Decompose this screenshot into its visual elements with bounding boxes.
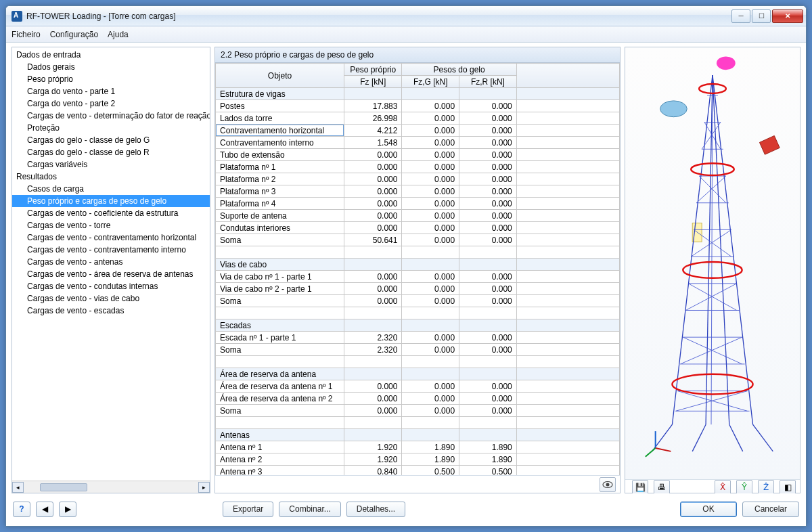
cell	[459, 88, 517, 100]
tree-item[interactable]: Cargas de vento - torre	[12, 219, 210, 231]
cell-fzg: 0.000	[402, 198, 459, 210]
cell-fzg: 0.000	[402, 332, 459, 344]
view-save-button[interactable]: 💾	[632, 480, 648, 493]
view-iso-button[interactable]: ◧	[780, 480, 796, 493]
close-button[interactable]: ✕	[772, 9, 803, 23]
row-label[interactable]: Tubo de extensão	[216, 149, 344, 161]
help-button[interactable]: ?	[13, 502, 30, 517]
row-label[interactable]: Lados da torre	[216, 112, 344, 125]
cancel-button[interactable]: Cancelar	[742, 502, 799, 517]
cell	[344, 368, 402, 380]
next-button[interactable]: ▶	[59, 502, 76, 517]
view-x-button[interactable]: X̂	[715, 480, 731, 493]
tree-item[interactable]: Casos de carga	[12, 183, 210, 195]
axis-y-icon: Ŷ	[742, 483, 747, 492]
tree-item[interactable]: Cargas de vento - contraventamento horiz…	[12, 231, 210, 244]
row-label[interactable]: Antena nº 2	[216, 453, 344, 466]
tree-item[interactable]: Cargas de vento - coeficiente da estrutu…	[12, 207, 210, 219]
menu-help[interactable]: Ajuda	[108, 30, 129, 39]
view-y-button[interactable]: Ŷ	[736, 480, 752, 493]
row-label[interactable]: Postes	[216, 100, 344, 112]
view-z-button[interactable]: Ẑ	[758, 480, 774, 493]
tree-item[interactable]: Cargas de vento - determinação do fator …	[12, 110, 210, 122]
cell	[216, 307, 344, 319]
cell-fzr: 1.890	[459, 453, 517, 466]
details-button[interactable]: Detalhes...	[346, 502, 405, 517]
row-label[interactable]: Escada nº 1 - parte 1	[216, 332, 344, 344]
section-header: Escadas	[216, 319, 344, 332]
row-label[interactable]: Condutas interiores	[216, 222, 344, 234]
row-label[interactable]: Soma	[216, 234, 344, 246]
row-label[interactable]: Via de cabo nº 2 - parte 1	[216, 283, 344, 295]
model-viewer[interactable]	[625, 47, 800, 479]
tree-item[interactable]: Cargas de vento - área de reserva de ant…	[12, 268, 210, 280]
visibility-toggle-button[interactable]	[600, 477, 616, 492]
cell-fz: 0.000	[344, 149, 402, 161]
ok-button[interactable]: OK	[680, 502, 737, 517]
view-print-button[interactable]: 🖶	[654, 480, 670, 493]
row-label[interactable]: Plataforma nº 2	[216, 173, 344, 185]
cell	[402, 429, 459, 441]
row-label[interactable]: Área de reserva da antena nº 1	[216, 380, 344, 393]
cell	[516, 344, 619, 356]
svg-point-13	[691, 163, 734, 175]
tree-item[interactable]: Carga do vento - parte 1	[12, 85, 210, 97]
tree-hscrollbar[interactable]: ◂ ▸	[12, 481, 210, 493]
cell	[402, 246, 459, 259]
tree-item[interactable]: Cargas de vento - vias de cabo	[12, 292, 210, 305]
cell	[516, 393, 619, 405]
row-label[interactable]: Via de cabo nº 1 - parte 1	[216, 271, 344, 283]
tree-root-input[interactable]: Dados de entrada	[12, 49, 210, 61]
row-label[interactable]: Plataforma nº 1	[216, 161, 344, 173]
row-label[interactable]: Plataforma nº 3	[216, 185, 344, 198]
svg-point-15	[672, 374, 752, 395]
cell	[344, 307, 402, 319]
cell-fzr: 0.000	[459, 344, 517, 356]
cell	[516, 234, 619, 246]
row-label[interactable]: Área de reserva da antena nº 2	[216, 393, 344, 405]
tree-item[interactable]: Carga do vento - parte 2	[12, 97, 210, 110]
row-label[interactable]: Antena nº 1	[216, 441, 344, 453]
minimize-button[interactable]: ─	[731, 9, 750, 23]
cell	[516, 295, 619, 307]
row-label[interactable]: Plataforma nº 4	[216, 198, 344, 210]
nav-tree[interactable]: Dados de entrada Dados geraisPeso própri…	[12, 47, 210, 481]
cell	[402, 259, 459, 271]
tree-item[interactable]: Cargas de vento - antenas	[12, 256, 210, 268]
combine-button[interactable]: Combinar...	[279, 502, 340, 517]
row-label[interactable]: Antena nº 3	[216, 466, 344, 476]
row-label[interactable]: Soma	[216, 405, 344, 417]
cell-fzg: 0.000	[402, 125, 459, 137]
tree-item[interactable]: Cargas variáveis	[12, 158, 210, 171]
tree-item[interactable]: Proteção	[12, 122, 210, 134]
row-label[interactable]: Contraventamento interno	[216, 137, 344, 149]
cell-fz: 0.000	[344, 161, 402, 173]
cell	[459, 319, 517, 332]
results-table[interactable]: Objeto Peso próprio Pesos do gelo Fz [kN…	[215, 63, 620, 475]
tree-item[interactable]: Cargas de vento - contraventamento inter…	[12, 244, 210, 256]
cell-fzg: 0.000	[402, 137, 459, 149]
cell-fzg: 0.500	[402, 466, 459, 476]
row-label[interactable]: Soma	[216, 344, 344, 356]
row-label[interactable]: Contraventamento horizontal	[216, 125, 344, 137]
menu-file[interactable]: Ficheiro	[12, 30, 41, 39]
tree-item[interactable]: Cargas do gelo - classe de gelo R	[12, 146, 210, 158]
tree-item[interactable]: Cargas de vento - condutas internas	[12, 280, 210, 292]
cell-fz: 0.000	[344, 380, 402, 393]
menu-config[interactable]: Configuração	[50, 30, 98, 39]
row-label[interactable]: Soma	[216, 295, 344, 307]
prev-button[interactable]: ◀	[36, 502, 53, 517]
tree-item[interactable]: Peso próprio e cargas de peso de gelo	[12, 195, 210, 207]
cell-fzg: 0.000	[402, 295, 459, 307]
svg-line-18	[646, 448, 656, 457]
tree-root-results[interactable]: Resultados	[12, 171, 210, 183]
maximize-button[interactable]: ☐	[752, 9, 771, 23]
cell	[516, 368, 619, 380]
export-button[interactable]: Exportar	[223, 502, 273, 517]
row-label[interactable]: Suporte de antena	[216, 210, 344, 222]
viewer-toolbar: 💾 🖶 X̂ Ŷ Ẑ ◧	[625, 479, 800, 493]
tree-item[interactable]: Peso próprio	[12, 73, 210, 85]
tree-item[interactable]: Cargas do gelo - classe de gelo G	[12, 134, 210, 146]
tree-item[interactable]: Cargas de vento - escadas	[12, 305, 210, 317]
tree-item[interactable]: Dados gerais	[12, 61, 210, 73]
